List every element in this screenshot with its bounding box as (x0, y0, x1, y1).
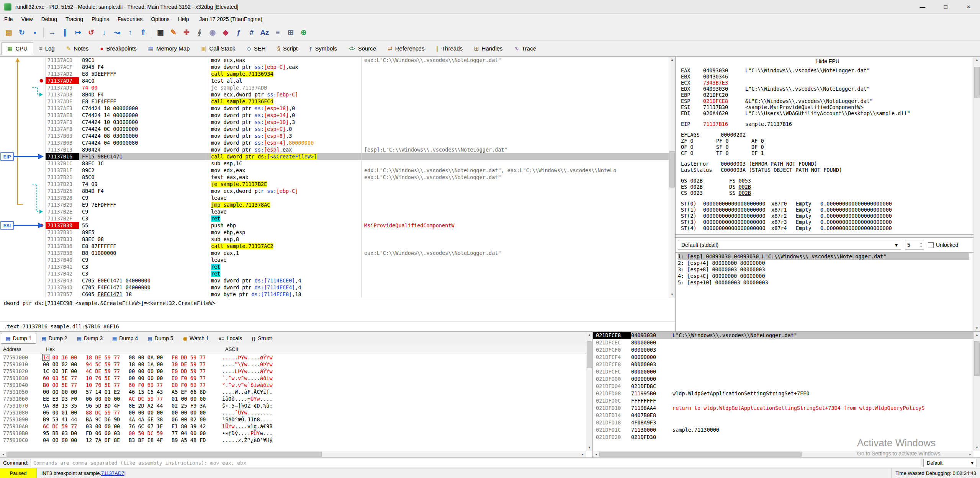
registers-body[interactable]: EAX04093030L"C:\\Windows\\.vscodes\\Note… (676, 66, 980, 231)
tab-dump-2[interactable]: ▤Dump 2 (37, 333, 72, 344)
tab-breakpoints[interactable]: ●Breakpoints (94, 42, 142, 55)
menu-favourites[interactable]: Favourites (113, 14, 147, 24)
checkbox-icon[interactable] (928, 242, 934, 248)
disasm-row-71137B43[interactable]: 71137B43C705 E0EC1471 04000000mov dword … (0, 277, 675, 284)
step-over-icon[interactable]: ↝ (111, 26, 123, 39)
functions-icon[interactable]: ƒ (232, 26, 245, 39)
disasm-row-71137B21[interactable]: 71137B2185C0test eax,eaxeax:L"C:\\Window… (0, 174, 675, 181)
report-icon[interactable]: ≡ (272, 26, 284, 39)
stack-row-021DFCF4[interactable]: 021DFCF400000000 (593, 354, 973, 361)
dump-rows[interactable]: 7759100014 00 16 0018 DE 59 7708 00 0A 0… (0, 354, 592, 457)
dump-row-77591010[interactable]: 7759101000 00 02 0094 5C 59 7718 00 1A 0… (0, 361, 586, 368)
disasm-row-71137B36[interactable]: 71137B36E8 87FFFFFFcall sample.71137AC2 (0, 243, 675, 250)
scroll-down-button[interactable]: ▼ (974, 325, 980, 331)
disasm-row-71137B23[interactable]: 71137B2374 09je sample.71137B2E (0, 181, 675, 188)
registers-splitter[interactable] (676, 234, 980, 238)
disasm-row-71137B13[interactable]: 71137B13890424mov dword ptr ss:[esp],eax… (0, 146, 675, 153)
scroll-down-button[interactable]: ▼ (586, 444, 592, 451)
dump-row-775910B0[interactable]: 775910B095 BB 83 D0FD 06 00 0300 50 DC 5… (0, 430, 586, 437)
dump-row-77591060[interactable]: 77591060EE E3 D3 F006 00 00 00AC DC 59 7… (0, 395, 586, 402)
disasm-row-71137B42[interactable]: 71137B42C3ret (0, 270, 675, 277)
tab-script[interactable]: §Script (272, 42, 304, 55)
calling-convention-select[interactable]: Default (stdcall) ▾ (678, 240, 901, 250)
scroll-thumb[interactable] (974, 341, 980, 376)
step-into-icon[interactable]: ↓ (98, 26, 110, 39)
disasm-row-71137B31[interactable]: 71137B3189E5mov ebp,esp (0, 229, 675, 236)
scroll-left-button[interactable]: ◂ (593, 451, 599, 457)
scroll-up-button[interactable]: ▲ (974, 332, 980, 338)
disasm-row-71137B25[interactable]: 71137B258B4D F4mov ecx,dword ptr ss:[ebp… (0, 188, 675, 194)
scroll-down-button[interactable]: ▼ (669, 291, 675, 298)
scroll-right-button[interactable]: ▸ (579, 451, 586, 457)
disasm-row-71137AD7[interactable]: 71137AD784C0test al,al (0, 77, 675, 84)
tab-source[interactable]: <>Source (343, 42, 382, 55)
menu-help[interactable]: Help (174, 14, 193, 24)
dump-row-775910C0[interactable]: 775910C004 00 00 0012 7A 0F 8EB3 BF E8 4… (0, 437, 586, 444)
argument-row[interactable]: 5: [esp+10] 00000003 00000003 (678, 279, 969, 286)
disasm-row-71137ACF[interactable]: 71137ACF8945 F4mov dword ptr ss:[ebp-C],… (0, 64, 675, 70)
menu-debug[interactable]: Debug (37, 14, 61, 24)
breakpoint-address-link[interactable]: 71137AD7 (101, 470, 124, 476)
tab-cpu[interactable]: ▦CPU (2, 42, 33, 55)
run-icon[interactable]: → (46, 26, 58, 39)
scroll-thumb[interactable] (974, 67, 980, 98)
disasm-row-71137B0B[interactable]: 71137B0BC74424 04 00000080mov dword ptr … (0, 139, 675, 146)
dump-row-77591000[interactable]: 7759100014 00 16 0018 DE 59 7708 00 0A 0… (0, 354, 586, 361)
stack-row-021DFD10[interactable]: 021DFD1071198AA4return to wldp.WldpGetAp… (593, 405, 973, 412)
menu-file[interactable]: File (0, 14, 17, 24)
scroll-up-button[interactable]: ▲ (974, 57, 980, 63)
stack-vscrollbar[interactable]: ▲ ▼ (973, 332, 980, 451)
scroll-thumb[interactable] (587, 341, 592, 368)
scroll-track[interactable] (974, 338, 980, 444)
dump-hscrollbar[interactable]: ◂ ▸ (0, 451, 586, 457)
dump-row-77591040[interactable]: 77591040B0 00 5E 7710 76 5E 7760 F0 69 7… (0, 382, 586, 388)
pause-icon[interactable]: ∥ (59, 26, 71, 39)
tab-dump-3[interactable]: ▤Dump 3 (72, 333, 107, 344)
disasm-row-71137AD9[interactable]: 71137AD974 00je sample.71137ADB (0, 84, 675, 91)
stack-row-021DFD04[interactable]: 021DFD04021DFD8C (593, 383, 973, 390)
scroll-thumb[interactable] (7, 452, 322, 457)
dump-row-77591020[interactable]: 775910201C 00 1E 004C DE 59 7700 00 00 0… (0, 368, 586, 375)
patches-icon[interactable]: ▦ (154, 26, 167, 39)
tab-struct[interactable]: {}Struct (247, 333, 276, 344)
hide-fpu-button[interactable]: Hide FPU (676, 57, 980, 66)
disasm-row-71137B33[interactable]: 71137B3383EC 08sub esp,8 (0, 236, 675, 243)
command-input[interactable] (31, 459, 921, 467)
tab-dump-5[interactable]: ▤Dump 5 (143, 333, 178, 344)
disasm-row-71137B16[interactable]: 71137B16FF15 98EC1471call dword ptr ds:[… (0, 153, 675, 160)
tab-locals[interactable]: x=Locals (214, 333, 247, 344)
stack-row-021DFCEC[interactable]: 021DFCEC80000000 (593, 339, 973, 346)
tab-notes[interactable]: ✎Notes (61, 42, 95, 55)
dump-row-77591030[interactable]: 7759103060 03 5E 7710 76 5E 7700 00 00 0… (0, 375, 586, 382)
argument-row[interactable]: 4: [esp+C] 00000000 00000000 (678, 273, 969, 279)
tab-watch-1[interactable]: ◉Watch 1 (178, 333, 214, 344)
stack-row-021DFD14[interactable]: 021DFD140407B0E8 (593, 412, 973, 419)
spinner-arrows-icon[interactable]: ▴▾ (920, 242, 922, 248)
scroll-track[interactable] (669, 63, 675, 291)
tab-dump-4[interactable]: ▤Dump 4 (108, 333, 142, 344)
disasm-row-71137AE3[interactable]: 71137AE3C74424 18 00000000mov dword ptr … (0, 105, 675, 112)
scroll-thumb[interactable] (599, 452, 802, 457)
dump-row-77591090[interactable]: 77591090B9 53 41 44BA 9C D6 9D4A 4A 6E 3… (0, 416, 586, 423)
compile-icon[interactable]: ◉ (206, 26, 219, 39)
dump-vscrollbar[interactable]: ▲ ▼ (586, 332, 592, 451)
patch-file-icon[interactable]: ✚ (180, 26, 193, 39)
restart-icon[interactable]: ↻ (16, 26, 28, 39)
scroll-up-button[interactable]: ▲ (586, 332, 592, 338)
scroll-left-button[interactable]: ◂ (0, 451, 7, 457)
favourites-icon[interactable]: ◆ (219, 26, 232, 39)
disasm-row-71137AD2[interactable]: 71137AD2E8 5DEEFFFFcall sample.71136934 (0, 70, 675, 77)
minimize-button[interactable]: — (911, 0, 934, 13)
disasm-row-71137AF3[interactable]: 71137AF3C74424 10 03000000mov dword ptr … (0, 119, 675, 126)
scroll-right-button[interactable]: ▸ (967, 451, 973, 457)
disasm-row-71137ADB[interactable]: 71137ADB8B4D F4mov ecx,dword ptr ss:[ebp… (0, 91, 675, 98)
stack-row-021DFD1C[interactable]: 021DFD1C71130000sample.71130000 (593, 426, 973, 434)
tab-trace[interactable]: ∿Trace (509, 42, 542, 55)
argument-row[interactable]: 1: [esp] 04093030 04093030 L"C:\\Windows… (678, 253, 969, 260)
assemble-icon[interactable]: ✎ (167, 26, 180, 39)
stack-rows[interactable]: 021DFCE804093030L"C:\\Windows\\.vscodes\… (593, 332, 973, 451)
stack-row-021DFCE8[interactable]: 021DFCE804093030L"C:\\Windows\\.vscodes\… (593, 332, 973, 339)
scroll-track[interactable] (586, 338, 592, 444)
disasm-row-71137B3B[interactable]: 71137B3BB8 01000000mov eax,1eax:L"C:\\Wi… (0, 250, 675, 256)
disasm-row-71137B29[interactable]: 71137B29E9 7EFDFFFFjmp sample.711378AC (0, 201, 675, 208)
